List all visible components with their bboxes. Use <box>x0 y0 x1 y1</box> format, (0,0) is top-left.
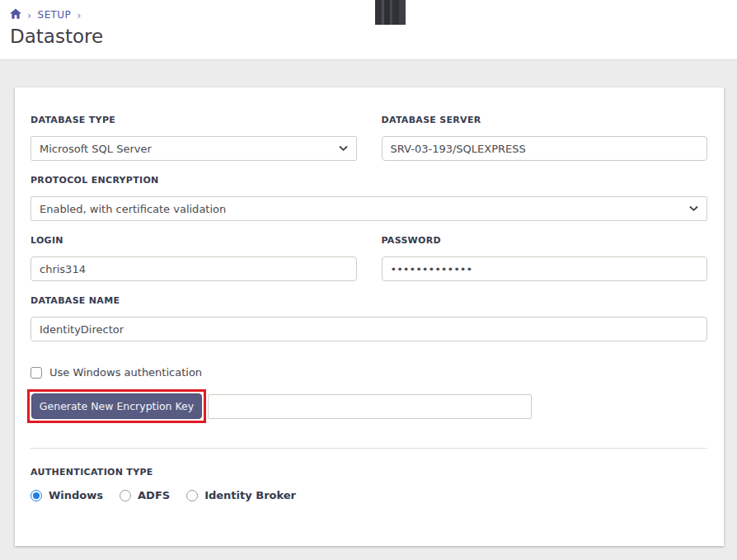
database-type-select[interactable]: Microsoft SQL Server <box>31 136 357 161</box>
database-type-field: DATABASE TYPE Microsoft SQL Server <box>31 115 357 161</box>
radio-icon[interactable] <box>186 490 198 501</box>
authentication-type-label: AUTHENTICATION TYPE <box>31 467 707 478</box>
database-name-input[interactable] <box>31 317 707 341</box>
encryption-key-row: Generate New Encryption Key <box>31 389 707 423</box>
windows-auth-checkbox[interactable] <box>31 367 42 379</box>
radio-option-adfs[interactable]: ADFS <box>120 489 170 501</box>
radio-label: Windows <box>49 489 103 501</box>
radio-option-identity-broker[interactable]: Identity Broker <box>186 489 296 501</box>
database-server-input[interactable] <box>382 136 708 161</box>
header-artifact <box>375 0 406 25</box>
radio-icon[interactable] <box>31 490 42 501</box>
protocol-encryption-field: PROTOCOL ENCRYPTION Enabled, with certif… <box>31 175 707 221</box>
login-label: LOGIN <box>31 235 357 246</box>
breadcrumb-separator: › <box>27 10 32 21</box>
login-field: LOGIN <box>31 235 357 281</box>
authentication-type-group: Windows ADFS Identity Broker <box>31 489 707 501</box>
breadcrumb: › SETUP › <box>10 8 737 21</box>
protocol-encryption-label: PROTOCOL ENCRYPTION <box>31 175 707 186</box>
radio-label: ADFS <box>138 489 170 501</box>
database-server-field: DATABASE SERVER <box>382 115 708 161</box>
home-icon[interactable] <box>10 8 21 21</box>
red-highlight-annotation: Generate New Encryption Key <box>27 389 206 423</box>
page-header: › SETUP › Datastore <box>0 0 737 60</box>
page-title: Datastore <box>10 26 737 47</box>
password-field: PASSWORD <box>382 235 708 281</box>
database-server-label: DATABASE SERVER <box>382 115 708 125</box>
windows-auth-checkbox-row: Use Windows authentication <box>31 366 707 379</box>
breadcrumb-separator: › <box>77 10 82 21</box>
login-input[interactable] <box>31 256 357 281</box>
radio-label: Identity Broker <box>204 489 296 501</box>
radio-icon[interactable] <box>120 490 131 501</box>
windows-auth-checkbox-label: Use Windows authentication <box>49 366 202 379</box>
radio-option-windows[interactable]: Windows <box>31 489 103 501</box>
database-name-field: DATABASE NAME <box>31 295 707 341</box>
database-name-label: DATABASE NAME <box>31 295 707 306</box>
encryption-key-input[interactable] <box>208 394 532 419</box>
database-type-label: DATABASE TYPE <box>31 115 357 125</box>
datastore-settings-card: DATABASE TYPE Microsoft SQL Server DATAB… <box>15 87 724 546</box>
password-input[interactable] <box>382 256 708 281</box>
password-label: PASSWORD <box>382 235 708 246</box>
generate-encryption-key-button[interactable]: Generate New Encryption Key <box>31 393 202 419</box>
breadcrumb-link-setup[interactable]: SETUP <box>38 9 72 21</box>
protocol-encryption-select[interactable]: Enabled, with certificate validation <box>31 196 707 221</box>
section-divider <box>31 448 707 449</box>
